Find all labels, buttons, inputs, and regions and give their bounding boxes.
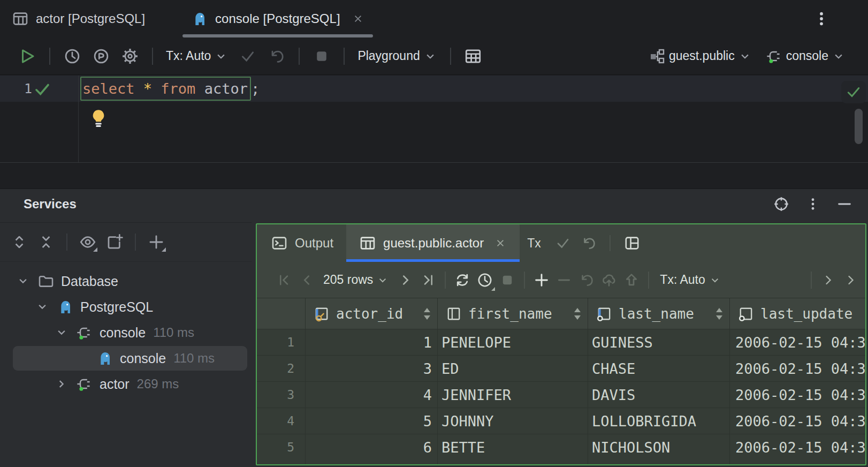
- first-page-button[interactable]: [273, 268, 295, 292]
- cell-first-name[interactable]: JOHNNY: [441, 408, 583, 434]
- cell-last-update[interactable]: 2006-02-15 04:3: [735, 329, 866, 355]
- commit-icon[interactable]: [555, 235, 571, 251]
- sort-arrows-icon[interactable]: [423, 308, 431, 320]
- cell-last-update[interactable]: 2006-02-15 04:3: [735, 356, 866, 381]
- cell-last-name[interactable]: CHASE: [592, 356, 726, 381]
- cell-last-name[interactable]: LOLLOBRIGIDA: [592, 408, 726, 434]
- chevron-right-icon[interactable]: [55, 377, 68, 391]
- cell-last-name[interactable]: NICHOLSON: [592, 434, 726, 460]
- cell-last-update[interactable]: 2006-02-15 04:3: [735, 382, 866, 408]
- revert-changes-button[interactable]: [575, 268, 598, 292]
- tree-item-database[interactable]: Database: [0, 268, 252, 294]
- tree-item-postgresql[interactable]: PostgreSQL: [0, 294, 252, 320]
- cell-last-update[interactable]: 2006-02-15 04:3: [735, 408, 866, 434]
- chevron-down-icon[interactable]: [35, 300, 49, 314]
- previous-page-button[interactable]: [295, 268, 318, 292]
- stop-button[interactable]: [496, 268, 519, 292]
- cell-last-update[interactable]: 2006-02-15 04:3: [735, 434, 866, 460]
- cell-last-name[interactable]: GUINESS: [592, 329, 726, 355]
- cell-first-name[interactable]: PENELOPE: [441, 329, 583, 355]
- cell-first-name[interactable]: JENNIFER: [441, 382, 583, 408]
- cell-actor-id[interactable]: 4: [305, 382, 432, 408]
- schema-selector-dropdown[interactable]: guest.public: [645, 44, 755, 69]
- rollback-button[interactable]: [264, 44, 289, 69]
- tab-console-postgresql[interactable]: console [PostgreSQL]: [179, 0, 376, 37]
- tab-guest-public-actor[interactable]: guest.public.actor: [346, 224, 520, 262]
- collapse-all-button[interactable]: [34, 230, 58, 254]
- tree-item-label: actor: [100, 376, 130, 392]
- sql-editor[interactable]: 1 select * from actor;: [0, 76, 868, 162]
- cell-last-name[interactable]: DAVIS: [592, 382, 726, 408]
- cell-actor-id[interactable]: 1: [305, 329, 432, 355]
- sort-arrows-icon[interactable]: [715, 308, 723, 320]
- tree-item-console-session[interactable]: console 110 ms: [0, 320, 252, 345]
- query-history-button[interactable]: [474, 268, 496, 292]
- view-as-table-button[interactable]: [461, 44, 485, 69]
- stop-button[interactable]: [309, 44, 334, 69]
- upload-to-database-button[interactable]: [598, 268, 620, 292]
- page-size-dropdown[interactable]: 205 rows: [318, 268, 394, 292]
- last-page-button[interactable]: [417, 268, 439, 292]
- chevron-down-icon[interactable]: [55, 326, 68, 340]
- cell-actor-id[interactable]: 3: [305, 356, 432, 381]
- table-row[interactable]: 5 6 BETTE NICHOLSON 2006-02-15 04:3: [257, 434, 866, 461]
- column-header-last-name[interactable]: last_name: [588, 298, 729, 329]
- close-icon[interactable]: [494, 237, 507, 250]
- session-label: console: [786, 49, 828, 63]
- view-options-button[interactable]: [76, 230, 100, 254]
- chevron-down-icon[interactable]: [16, 274, 30, 288]
- cell-first-name[interactable]: BETTE: [441, 434, 583, 460]
- editor-scrollbar[interactable]: [855, 109, 863, 144]
- expand-all-button[interactable]: [7, 230, 31, 254]
- run-button[interactable]: [15, 44, 40, 69]
- tree-item-actor-session[interactable]: actor 269 ms: [0, 371, 252, 397]
- session-selector-dropdown[interactable]: console: [763, 44, 849, 69]
- column-header-last-update[interactable]: last_update: [729, 298, 866, 329]
- sql-semicolon: ;: [251, 80, 260, 97]
- new-console-button[interactable]: [103, 230, 126, 254]
- locate-target-icon[interactable]: [773, 195, 790, 213]
- add-service-button[interactable]: [144, 230, 168, 254]
- cell-first-name[interactable]: ED: [441, 356, 583, 381]
- tree-item-console-file-selected[interactable]: console 110 ms: [0, 345, 252, 371]
- more-options-icon[interactable]: [812, 10, 831, 28]
- grid-tx-mode-dropdown[interactable]: Tx: Auto: [654, 268, 726, 292]
- refresh-button[interactable]: [451, 268, 474, 292]
- toolbar-more-chevron[interactable]: [840, 268, 862, 292]
- inspection-status-widget[interactable]: [841, 81, 866, 103]
- table-row[interactable]: 2 3 ED CHASE 2006-02-15 04:3: [257, 356, 866, 382]
- statement-executed-check-icon[interactable]: [33, 80, 51, 99]
- cell-actor-id[interactable]: 6: [305, 434, 432, 460]
- table-row[interactable]: 3 4 JENNIFER DAVIS 2006-02-15 04:3: [257, 382, 866, 408]
- table-row[interactable]: 1 1 PENELOPE GUINESS 2006-02-15 04:3: [257, 329, 866, 356]
- indexed-column-icon: [595, 305, 613, 323]
- tab-output[interactable]: Output: [258, 224, 346, 262]
- next-page-button[interactable]: [394, 268, 417, 292]
- sort-arrows-icon[interactable]: [574, 308, 581, 320]
- table-row[interactable]: 4 5 JOHNNY LOLLOBRIGIDA 2006-02-15 04:3: [257, 408, 866, 434]
- divider: [610, 235, 611, 251]
- services-header[interactable]: Services: [0, 189, 868, 219]
- parameters-button[interactable]: [89, 44, 113, 69]
- toolbar-overflow-chevron[interactable]: [817, 268, 840, 292]
- history-button[interactable]: [60, 44, 85, 69]
- tx-dropdown[interactable]: Tx: [527, 236, 545, 251]
- delete-row-button[interactable]: [553, 268, 575, 292]
- tab-actor-postgresql[interactable]: actor [PostgreSQL]: [0, 0, 157, 37]
- commit-button[interactable]: [235, 44, 260, 69]
- submit-button[interactable]: [620, 268, 643, 292]
- panel-options-icon[interactable]: [805, 196, 821, 212]
- add-row-button[interactable]: [530, 268, 553, 292]
- settings-gear-button[interactable]: [118, 44, 142, 69]
- cell-actor-id[interactable]: 5: [305, 408, 432, 434]
- close-icon[interactable]: [352, 12, 364, 25]
- split-view-icon[interactable]: [623, 235, 641, 252]
- code-line[interactable]: select * from actor;: [80, 76, 260, 102]
- intention-bulb-icon[interactable]: [89, 108, 108, 129]
- column-header-first-name[interactable]: first_name: [437, 298, 588, 329]
- hide-panel-icon[interactable]: [836, 195, 853, 213]
- playground-dropdown[interactable]: Playground: [354, 44, 440, 69]
- tx-mode-dropdown[interactable]: Tx: Auto: [163, 44, 231, 69]
- rollback-icon[interactable]: [581, 235, 597, 251]
- column-header-actor-id[interactable]: actor_id: [305, 298, 437, 329]
